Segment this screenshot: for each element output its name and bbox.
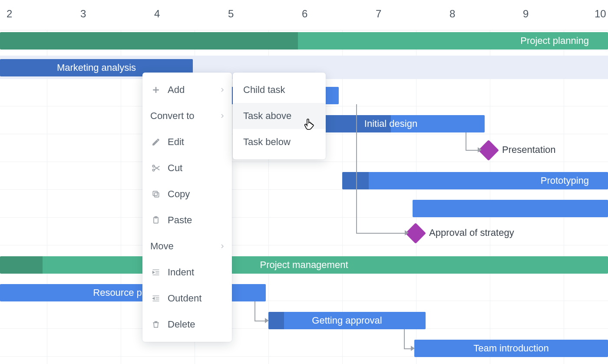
task-bar-hidden-2[interactable] [413, 200, 608, 217]
task-bar-prototyping[interactable]: Prototyping [342, 172, 608, 189]
menu-item-label: Paste [168, 215, 192, 226]
menu-item-label: Indent [168, 267, 194, 278]
dependency-arrow-icon [265, 318, 269, 323]
grid-line [0, 162, 608, 162]
dependency-line [466, 150, 479, 151]
context-menu: Add Convert to Edit Cut Copy Paste [142, 73, 232, 342]
menu-item-label: Delete [168, 319, 195, 330]
clipboard-icon [150, 215, 162, 226]
submenu-item-task-above[interactable]: Task above [233, 103, 326, 129]
menu-item-delete[interactable]: Delete [142, 311, 232, 338]
menu-item-move[interactable]: Move [142, 233, 232, 259]
grid-line [0, 217, 608, 218]
progress-fill [342, 172, 369, 189]
task-label: Team introduction [467, 343, 555, 354]
pencil-icon [150, 136, 162, 148]
submenu-item-task-below[interactable]: Task below [233, 129, 326, 155]
menu-item-label: Cut [168, 162, 182, 174]
dependency-line [356, 104, 357, 233]
timeline-tick: 6 [302, 8, 307, 20]
task-bar-team-introduction[interactable]: Team introduction [414, 340, 608, 357]
timeline-tick: 7 [376, 8, 381, 20]
svg-rect-3 [153, 191, 157, 195]
dependency-arrow-icon [405, 230, 409, 235]
milestone-label: Approval of strategy [429, 227, 514, 238]
menu-item-cut[interactable]: Cut [142, 155, 232, 181]
task-label: Prototyping [535, 175, 595, 186]
chevron-right-icon [219, 113, 226, 119]
progress-fill [0, 32, 298, 50]
trash-icon [150, 319, 162, 330]
dependency-line [254, 321, 266, 321]
group-label: Project management [254, 259, 354, 271]
task-label: Marketing analysis [51, 62, 142, 73]
group-bar-project-management[interactable]: Project management [0, 256, 608, 274]
group-bar-project-planning[interactable]: Project planning [0, 32, 608, 50]
menu-item-label: Edit [168, 136, 184, 148]
grid-line [0, 189, 608, 190]
grid-line [490, 30, 490, 364]
menu-item-add[interactable]: Add [142, 77, 232, 103]
grid-line [0, 50, 608, 51]
progress-fill [268, 312, 284, 329]
svg-rect-2 [155, 193, 159, 197]
group-label: Project planning [514, 35, 595, 46]
dependency-line [404, 329, 405, 348]
menu-item-label: Convert to [150, 110, 195, 122]
task-label: Initial design [358, 118, 423, 129]
milestone-label: Presentation [502, 144, 556, 156]
timeline-tick: 10 [595, 8, 606, 20]
timeline-tick: 8 [449, 8, 455, 20]
menu-item-label: Copy [168, 189, 190, 200]
dependency-line [356, 233, 406, 234]
menu-item-edit[interactable]: Edit [142, 129, 232, 155]
plus-icon [150, 84, 162, 96]
dependency-arrow-icon [411, 346, 415, 351]
dependency-line [254, 301, 255, 321]
timeline-tick: 5 [228, 8, 234, 20]
menu-item-label: Task above [243, 110, 291, 122]
submenu-item-child-task[interactable]: Child task [233, 77, 326, 103]
task-bar-getting-approval[interactable]: Getting approval [268, 312, 426, 329]
menu-item-label: Add [168, 84, 185, 96]
indent-icon [150, 267, 162, 278]
menu-item-label: Child task [243, 84, 285, 96]
dependency-line [466, 132, 466, 150]
grid-line [0, 245, 608, 245]
menu-item-label: Task below [243, 136, 291, 148]
menu-item-outdent[interactable]: Outdent [142, 285, 232, 311]
scissors-icon [150, 162, 162, 174]
timeline-tick: 9 [523, 8, 529, 20]
context-submenu-add: Child task Task above Task below [233, 73, 326, 159]
chevron-right-icon [219, 243, 226, 250]
timeline-tick: 3 [80, 8, 86, 20]
menu-item-label: Outdent [168, 293, 202, 304]
progress-fill [0, 256, 43, 274]
chevron-right-icon [219, 86, 226, 93]
copy-icon [150, 189, 162, 200]
grid-line [564, 30, 564, 364]
menu-item-label: Move [150, 241, 174, 252]
grid-line [121, 30, 121, 364]
outdent-icon [150, 293, 162, 304]
menu-item-convert-to[interactable]: Convert to [142, 103, 232, 129]
timeline-header: 2 3 4 5 6 7 8 9 10 [0, 0, 608, 30]
menu-item-indent[interactable]: Indent [142, 259, 232, 285]
timeline-tick: 4 [154, 8, 160, 20]
dependency-arrow-icon [478, 147, 482, 152]
grid-line [47, 30, 47, 364]
menu-item-paste[interactable]: Paste [142, 207, 232, 233]
timeline-tick: 2 [7, 8, 12, 20]
menu-item-copy[interactable]: Copy [142, 181, 232, 207]
task-label: Getting approval [306, 315, 388, 326]
